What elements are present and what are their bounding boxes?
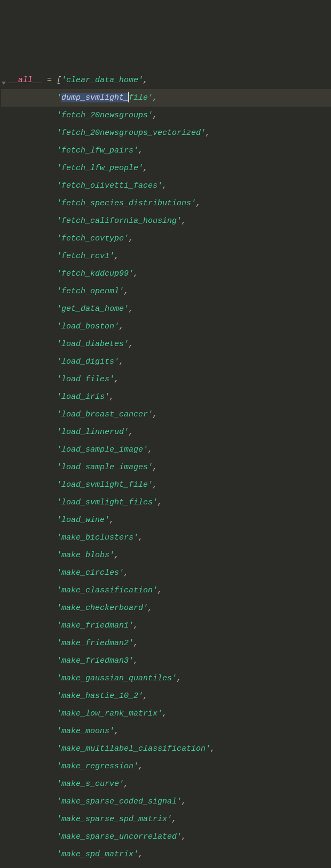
code-line[interactable]: 'make_sparse_spd_matrix',: [1, 810, 331, 828]
code-line[interactable]: 'make_low_rank_matrix',: [1, 705, 331, 722]
code-line[interactable]: __all__ = ['clear_data_home',: [1, 71, 331, 89]
line-content: 'fetch_20newsgroups_vectorized',: [1, 128, 210, 138]
string-literal: make_biclusters: [61, 533, 133, 542]
code-line[interactable]: 'load_linnerud',: [1, 423, 331, 441]
string-quote: ': [57, 252, 61, 261]
string-quote: ': [167, 815, 172, 824]
string-quote: ': [133, 146, 138, 155]
code-line[interactable]: 'fetch_species_distributions',: [1, 195, 331, 212]
code-line[interactable]: 'load_digits',: [1, 353, 331, 371]
string-quote: ': [57, 392, 61, 401]
line-content: 'load_sample_image',: [1, 445, 153, 454]
comma: ,: [138, 850, 143, 859]
code-line[interactable]: 'load_sample_images',: [1, 459, 331, 476]
string-quote: ': [57, 498, 61, 507]
indent: [9, 815, 57, 824]
indent: [9, 744, 57, 753]
string-quote: ': [57, 727, 61, 736]
code-line[interactable]: 'fetch_covtype',: [1, 230, 331, 247]
comma: ,: [138, 533, 143, 542]
code-line[interactable]: 'fetch_lfw_people',: [1, 159, 331, 177]
code-line[interactable]: 'make_checkerboard',: [1, 599, 331, 617]
string-quote: ': [57, 234, 61, 243]
comma: ,: [119, 357, 124, 366]
indent: [9, 428, 57, 437]
code-line[interactable]: 'make_classification',: [1, 582, 331, 599]
string-quote: ': [57, 199, 61, 208]
string-quote: ': [177, 216, 182, 226]
string-quote: ': [57, 480, 61, 489]
code-line[interactable]: 'make_s_curve',: [1, 775, 331, 793]
code-line[interactable]: 'get_data_home',: [1, 300, 331, 318]
string-literal: file: [129, 93, 148, 102]
string-quote: ': [133, 762, 138, 771]
string-literal: fetch_california_housing: [61, 216, 177, 226]
code-line[interactable]: 'load_diabetes',: [1, 335, 331, 353]
line-content: 'make_gaussian_quantiles',: [1, 674, 182, 683]
comma: ,: [133, 656, 138, 665]
indent: [9, 604, 57, 613]
string-literal: make_spd_matrix: [61, 850, 133, 859]
string-quote: ': [177, 832, 182, 841]
code-line[interactable]: 'make_gaussian_quantiles',: [1, 670, 331, 687]
code-editor[interactable]: __all__ = ['clear_data_home', 'dump_svml…: [0, 70, 331, 868]
string-literal: load_files: [61, 375, 109, 384]
indent: [9, 533, 57, 542]
code-line[interactable]: 'make_spd_matrix',: [1, 846, 331, 863]
comma: ,: [182, 832, 186, 841]
code-line[interactable]: 'make_sparse_uncorrelated',: [1, 828, 331, 846]
code-line[interactable]: 'fetch_openml',: [1, 283, 331, 300]
code-line[interactable]: 'dump_svmlight_file',: [1, 89, 331, 107]
string-literal: make_hastie_10_2: [61, 692, 138, 701]
string-quote: ': [57, 674, 61, 683]
code-line[interactable]: 'make_blobs',: [1, 546, 331, 564]
code-line[interactable]: 'fetch_20newsgroups_vectorized',: [1, 124, 331, 142]
code-line[interactable]: 'fetch_lfw_pairs',: [1, 142, 331, 159]
string-quote: ': [129, 269, 133, 278]
comma: ,: [143, 692, 148, 701]
comma: ,: [153, 410, 157, 419]
code-line[interactable]: 'make_regression',: [1, 758, 331, 775]
code-line[interactable]: 'make_biclusters',: [1, 529, 331, 546]
comma: ,: [143, 164, 148, 173]
string-literal: fetch_kddcup99: [61, 269, 129, 278]
string-quote: ': [57, 551, 61, 560]
code-line[interactable]: 'load_boston',: [1, 318, 331, 335]
code-line[interactable]: 'fetch_kddcup99',: [1, 265, 331, 283]
code-line[interactable]: 'load_svmlight_file',: [1, 476, 331, 494]
indent: [9, 252, 57, 261]
code-line[interactable]: 'fetch_rcv1',: [1, 247, 331, 265]
code-line[interactable]: 'make_friedman1',: [1, 617, 331, 634]
code-line[interactable]: 'load_breast_cancer',: [1, 406, 331, 423]
code-line[interactable]: 'make_moons',: [1, 722, 331, 740]
line-content: __all__ = ['clear_data_home',: [1, 76, 148, 85]
code-line[interactable]: 'make_circles',: [1, 564, 331, 582]
line-content: 'load_svmlight_files',: [1, 498, 162, 507]
string-quote: ': [148, 93, 153, 102]
code-line[interactable]: 'fetch_olivetti_faces',: [1, 177, 331, 195]
code-line[interactable]: 'make_multilabel_classification',: [1, 740, 331, 758]
indent: [9, 516, 57, 525]
string-literal: make_sparse_coded_signal: [61, 797, 177, 806]
code-line[interactable]: 'make_friedman2',: [1, 634, 331, 652]
code-line[interactable]: 'load_sample_image',: [1, 441, 331, 459]
string-quote: ': [57, 269, 61, 278]
code-line[interactable]: 'load_files',: [1, 371, 331, 388]
indent: [9, 304, 57, 314]
code-line[interactable]: 'load_iris',: [1, 388, 331, 406]
code-line[interactable]: 'load_wine',: [1, 511, 331, 529]
code-line[interactable]: 'fetch_california_housing',: [1, 212, 331, 230]
comma: ,: [124, 568, 129, 577]
line-content: 'make_sparse_spd_matrix',: [1, 815, 177, 824]
comma: ,: [162, 709, 167, 718]
comma: ,: [138, 762, 143, 771]
code-line[interactable]: 'load_svmlight_files',: [1, 494, 331, 511]
code-line[interactable]: 'make_friedman3',: [1, 652, 331, 670]
open-bracket: [: [57, 76, 61, 85]
fold-icon[interactable]: [1, 76, 9, 84]
line-content: 'make_checkerboard',: [1, 604, 153, 613]
code-line[interactable]: 'make_sparse_coded_signal',: [1, 793, 331, 810]
code-line[interactable]: 'fetch_20newsgroups',: [1, 107, 331, 124]
code-line[interactable]: 'make_swiss_roll']: [1, 863, 331, 868]
code-line[interactable]: 'make_hastie_10_2',: [1, 687, 331, 705]
